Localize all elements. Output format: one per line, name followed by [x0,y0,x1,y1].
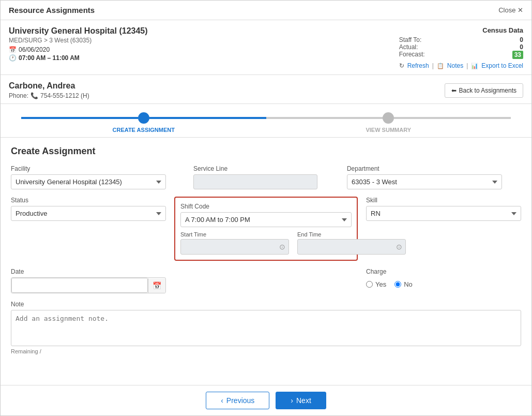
service-line-group: Service Line MED/SURG [193,165,339,189]
date-group: Date 6/6/2020 📅 [11,268,166,293]
back-icon: ⬅ [451,87,457,94]
export-icon: 📊 [471,63,478,69]
calendar-icon[interactable]: 📅 [148,278,165,293]
staff-to-label: Staff To: [399,36,422,43]
charge-label: Charge [366,268,521,275]
status-label: Status [11,197,166,204]
step-circle-1 [138,112,149,124]
staff-to-value: 0 [520,36,523,43]
start-time-input[interactable]: 7:00 AM [181,240,276,254]
shift-code-select[interactable]: A 7:00 AM to 7:00 PM [180,212,352,227]
next-arrow-icon: › [291,396,293,405]
export-link[interactable]: Export to Excel [481,62,523,69]
charge-yes-text: Yes [375,280,386,288]
previous-button[interactable]: ‹ Previous [206,392,269,409]
start-time-icon[interactable]: ⊙ [276,240,288,254]
census-title: Census Data [399,26,523,34]
resource-assignments-modal: Resource Assignments Close ✕ University … [0,0,532,416]
clock-icon: 🕐 [9,54,17,62]
row-facility: Facility University General Hospital (12… [11,165,521,189]
row-status: Status Productive Shift Code A 7:00 AM t… [11,197,521,261]
status-group: Status Productive [11,197,166,221]
hospital-info: University General Hospital (12345) MED/… [9,26,148,62]
note-group: Note Remaining / [11,301,521,354]
actual-value: 0 [520,43,523,51]
forecast-label: Forecast: [399,51,425,59]
next-button[interactable]: › Next [276,392,326,409]
shift-times-row: Start Time 7:00 AM ⊙ End Time 7:00 PM ⊙ [180,231,352,255]
facility-label: Facility [11,165,185,172]
form-title: Create Assignment [11,146,521,157]
step-circle-2 [383,112,394,124]
date-label: Date [11,268,166,275]
step-line-2 [149,117,266,119]
charge-options: Yes No [366,280,521,290]
census-data: Census Data Staff To: 0 Actual: 0 Foreca… [399,26,523,69]
footer-buttons: ‹ Previous › Next [1,385,531,415]
refresh-icon: ↻ [399,62,404,69]
calendar-icon: 📅 [9,46,17,53]
census-actual-row: Actual: 0 [399,43,523,51]
hospital-time: 🕐 07:00 AM – 11:00 AM [9,54,148,62]
refresh-link[interactable]: Refresh [407,62,429,69]
note-label: Note [11,301,521,308]
census-staff-row: Staff To: 0 [399,36,523,43]
phone-icon: 📞 [31,92,38,99]
phone-number: 754-555-1212 (H) [40,92,89,99]
forecast-value: 33 [512,51,523,59]
skill-select[interactable]: RN [366,206,521,221]
hospital-date: 📅 06/06/2020 [9,46,148,53]
charge-no-label[interactable]: No [394,280,413,288]
facility-select[interactable]: University General Hospital (12345) [11,174,166,189]
hospital-section: University General Hospital (12345) MED/… [1,20,531,75]
charge-no-radio[interactable] [394,281,401,288]
modal-title: Resource Assignments [9,6,95,14]
hospital-name: University General Hospital (12345) [9,26,148,36]
charge-yes-label[interactable]: Yes [366,280,386,288]
steps-section: CREATE ASSIGNMENT VIEW SUMMARY [1,104,531,138]
step-line-3 [266,117,383,119]
shift-code-label: Shift Code [180,203,352,210]
modal-header: Resource Assignments Close ✕ [1,1,531,20]
department-select[interactable]: 63035 - 3 West [347,174,502,189]
back-to-assignments-button[interactable]: ⬅ Back to Assignments [445,83,523,98]
notes-icon: 📋 [437,63,444,69]
step-line-1 [21,117,138,119]
prev-icon: ‹ [221,396,223,405]
steps-labels: CREATE ASSIGNMENT VIEW SUMMARY [21,127,511,133]
employee-name: Carbone, Andrea [9,81,89,91]
end-time-icon[interactable]: ⊙ [393,240,405,254]
end-time-label: End Time [297,231,406,237]
start-time-wrapper: 7:00 AM ⊙ [180,239,289,255]
date-input-wrapper: 6/6/2020 📅 [11,277,166,293]
employee-phone: Phone: 📞 754-555-1212 (H) [9,92,89,99]
form-section: Create Assignment Facility University Ge… [1,138,531,385]
employee-info: Carbone, Andrea Phone: 📞 754-555-1212 (H… [9,81,89,99]
phone-label: Phone: [9,92,28,99]
skill-label: Skill [366,197,521,204]
charge-no-text: No [404,280,413,288]
service-line-label: Service Line [193,165,339,172]
charge-yes-radio[interactable] [366,281,373,288]
census-forecast-row: Forecast: 33 [399,51,523,59]
status-select[interactable]: Productive [11,206,166,221]
skill-group: Skill RN [366,197,521,221]
row-note: Note Remaining / [11,301,521,354]
step1-label: CREATE ASSIGNMENT [21,127,266,133]
end-time-input[interactable]: 7:00 PM [298,240,393,254]
end-time-wrapper: 7:00 PM ⊙ [297,239,406,255]
end-time-group: End Time 7:00 PM ⊙ [297,231,406,255]
department-label: Department [347,165,521,172]
shift-code-section: Shift Code A 7:00 AM to 7:00 PM Start Ti… [174,197,358,261]
department-group: Department 63035 - 3 West [347,165,521,189]
step2-label: VIEW SUMMARY [266,127,511,133]
hospital-sub: MED/SURG > 3 West (63035) [9,37,148,44]
charge-group: Charge Yes No [366,268,521,290]
service-line-input: MED/SURG [193,174,317,189]
date-input[interactable]: 6/6/2020 [11,278,148,293]
close-button[interactable]: Close ✕ [498,6,523,14]
step-line-4 [394,117,511,119]
row-date: Date 6/6/2020 📅 Charge Yes No [11,268,521,293]
note-textarea[interactable] [11,310,521,346]
notes-link[interactable]: Notes [447,62,463,69]
